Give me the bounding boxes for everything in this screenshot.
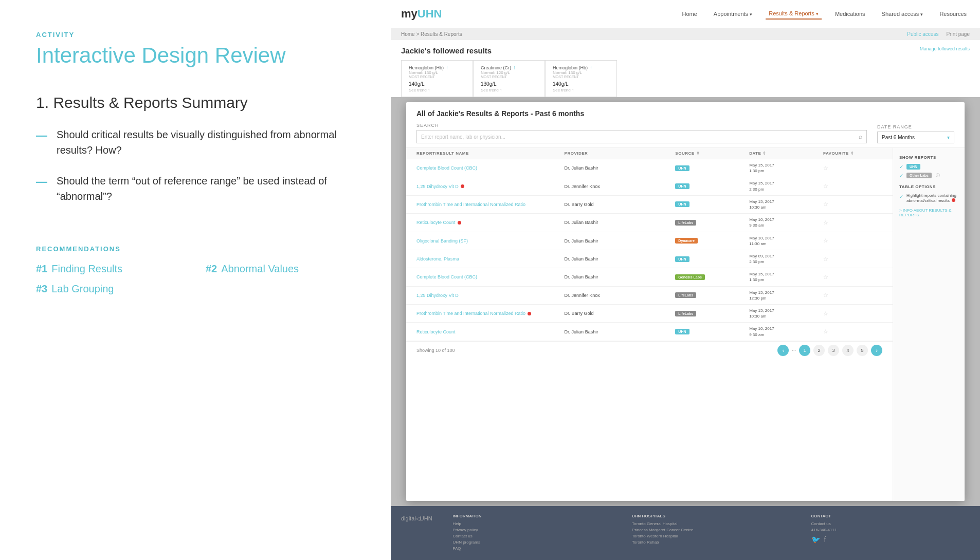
table-row[interactable]: Complete Blood Count (CBC) Dr. Julian Ba…	[406, 268, 893, 286]
page-4-btn[interactable]: 4	[842, 345, 854, 356]
prev-page-btn[interactable]: ‹	[777, 345, 789, 356]
modal-table-area: REPORT/RESULT NAME PROVIDER SOURCE ⇕ DAT…	[406, 148, 893, 501]
search-placeholder[interactable]: Enter report name, lab or physician...	[421, 134, 856, 140]
table-row[interactable]: Prothrombin Time and International Norma…	[406, 305, 893, 323]
app-nav: myUHN Home Appointments ▾ Results & Repo…	[391, 0, 980, 28]
th-favourite[interactable]: FAVOURITE ⇕	[823, 151, 882, 156]
card-title-0: Hemoglobin (Hb) ↑	[409, 65, 465, 70]
th-date[interactable]: DATE ⇕	[749, 151, 823, 156]
page-5-btn[interactable]: 5	[857, 345, 868, 356]
public-access-link[interactable]: Public access	[907, 31, 938, 37]
table-row[interactable]: 1,25 Dihydroxy Vit D Dr. Jennifer Knox L…	[406, 287, 893, 305]
uhn-badge: UHN	[906, 164, 920, 170]
section-title: 1. Results & Reports Summary	[36, 94, 355, 111]
table-row[interactable]: Prothrombin Time and International Norma…	[406, 196, 893, 214]
row-2-name: Prothrombin Time and International Norma…	[416, 202, 565, 207]
nav-shared[interactable]: Shared access ▾	[879, 9, 927, 19]
row-4-name: Oligoclonal Banding (SF)	[416, 238, 565, 244]
badge-uhn: UHN	[675, 183, 689, 189]
result-card-1[interactable]: Creatinine (Cr) ↑ Normal: 120 g/L MOST R…	[473, 60, 545, 97]
nav-medications[interactable]: Medications	[832, 9, 868, 19]
manage-followed-link[interactable]: Manage followed results	[920, 46, 970, 51]
twitter-icon[interactable]: 🐦	[811, 535, 820, 544]
th-name: REPORT/RESULT NAME	[416, 151, 565, 156]
table-row[interactable]: Reticulocyte Count Dr. Julian Bashir UHN…	[406, 323, 893, 341]
critical-dot	[528, 312, 531, 315]
modal-table-wrapper: REPORT/RESULT NAME PROVIDER SOURCE ⇕ DAT…	[406, 148, 965, 501]
followed-header: Jackie's followed results Manage followe…	[391, 40, 980, 97]
badge-lifelabs: LifeLabs	[675, 220, 696, 226]
check-uhn-icon: ✓	[899, 164, 903, 170]
rec-text-1: Finding Results	[51, 263, 122, 275]
table-row[interactable]: Aldosterone, Plasma Dr. Julian Bashir UH…	[406, 250, 893, 268]
nav-home[interactable]: Home	[679, 9, 700, 19]
print-page-link[interactable]: Print page	[946, 31, 970, 37]
th-provider: PROVIDER	[565, 151, 676, 156]
rec-item-2: #2 Abnormal Values	[206, 263, 355, 275]
badge-lifelabs: LifeLabs	[675, 311, 696, 316]
search-box[interactable]: Enter report name, lab or physician... ⌕	[416, 130, 867, 143]
critical-dot	[461, 184, 464, 188]
rec-num-1: #1	[36, 263, 47, 275]
table-row[interactable]: Complete Blood Count (CBC) Dr. Julian Ba…	[406, 159, 893, 177]
rec-num-3: #3	[36, 283, 47, 295]
showing-text: Showing 10 of 100	[416, 348, 455, 353]
right-panel: myUHN Home Appointments ▾ Results & Repo…	[391, 0, 980, 560]
next-page-btn[interactable]: ›	[871, 345, 882, 356]
bullet-text-1: Should critical results be visually dist…	[57, 127, 355, 158]
result-card-2[interactable]: Hemoglobin (Hb) ↑ Normal: 130 g/L MOST R…	[545, 60, 617, 97]
show-uhn-item[interactable]: ✓ UHN	[899, 164, 958, 170]
bullet-item-1: — Should critical results be visually di…	[36, 127, 355, 158]
nav-appointments[interactable]: Appointments ▾	[711, 9, 755, 19]
activity-label: ACTIVITY	[36, 31, 355, 39]
facebook-icon[interactable]: f	[824, 535, 826, 544]
badge-uhn: UHN	[675, 165, 689, 171]
badge-uhn: UHN	[675, 256, 689, 262]
result-card-0[interactable]: Hemoglobin (Hb) ↑ Normal: 130 g/L MOST R…	[401, 60, 473, 97]
followed-title: Jackie's followed results	[401, 46, 492, 55]
card-title-1: Creatinine (Cr) ↑	[481, 65, 537, 70]
rec-item-1: #1 Finding Results	[36, 263, 185, 275]
th-source[interactable]: SOURCE ⇕	[675, 151, 749, 156]
search-label: SEARCH	[416, 123, 867, 128]
nav-items: Home Appointments ▾ Results & Reports ▾ …	[457, 8, 970, 20]
nav-resources[interactable]: Resources	[936, 9, 970, 19]
bullet-dash: —	[36, 128, 47, 144]
page-1-btn[interactable]: 1	[799, 345, 810, 356]
bullet-dash-2: —	[36, 174, 47, 190]
table-row[interactable]: Reticulocyte Count Dr. Julian Bashir Lif…	[406, 214, 893, 232]
critical-indicator	[952, 198, 955, 202]
app-content: All of Jackie's Results & Reports - Past…	[391, 97, 980, 506]
row-0-name: Complete Blood Count (CBC)	[416, 165, 565, 171]
badge-uhn: UHN	[675, 329, 689, 334]
search-section: SEARCH Enter report name, lab or physici…	[416, 123, 867, 143]
highlight-option[interactable]: ✓ Highlight reports containing abnormal/…	[899, 193, 958, 204]
date-select[interactable]: Past 6 Months ▾	[877, 132, 954, 143]
critical-dot	[458, 221, 461, 225]
row-1-name: 1,25 Dihydroxy Vit D	[416, 184, 565, 189]
table-row[interactable]: Oligoclonal Banding (SF) Dr. Julian Bash…	[406, 232, 893, 250]
show-reports-title: SHOW REPORTS	[899, 155, 958, 160]
table-header: REPORT/RESULT NAME PROVIDER SOURCE ⇕ DAT…	[406, 148, 893, 159]
main-title: Interactive Design Review	[36, 43, 355, 68]
modal-header: All of Jackie's Results & Reports - Past…	[406, 102, 965, 148]
nav-results[interactable]: Results & Reports ▾	[766, 8, 822, 20]
footer-col-contact: CONTACT Contact us 416-340-4111 🐦 f	[811, 514, 970, 552]
row-6-name: Complete Blood Count (CBC)	[416, 274, 565, 279]
pagination: ‹ ··· 1 2 3 4 5 ›	[777, 345, 882, 356]
page-2-btn[interactable]: 2	[813, 345, 825, 356]
footer-logo: digital◁UHN	[401, 514, 432, 552]
info-reports-link[interactable]: > INFO ABOUT RESULTS & REPORTS	[899, 208, 958, 217]
modal-controls: SEARCH Enter report name, lab or physici…	[416, 123, 954, 143]
check-other-icon: ✓	[899, 173, 903, 178]
show-other-item[interactable]: ✓ Other Labs ⓘ	[899, 173, 958, 178]
breadcrumb-bar: Home > Results & Reports Public access P…	[391, 28, 980, 40]
table-row[interactable]: 1,25 Dihydroxy Vit D Dr. Jennifer Knox U…	[406, 177, 893, 195]
recommendations-grid: #1 Finding Results #2 Abnormal Values #3…	[36, 263, 355, 295]
recommendations-section: RECOMMENDATIONS #1 Finding Results #2 Ab…	[36, 245, 355, 295]
badge-dynacare: Dynacare	[675, 238, 698, 244]
badge-uhn: UHN	[675, 201, 689, 207]
page-3-btn[interactable]: 3	[828, 345, 839, 356]
rec-text-3: Lab Grouping	[51, 283, 114, 295]
other-badge: Other Labs	[906, 173, 932, 178]
